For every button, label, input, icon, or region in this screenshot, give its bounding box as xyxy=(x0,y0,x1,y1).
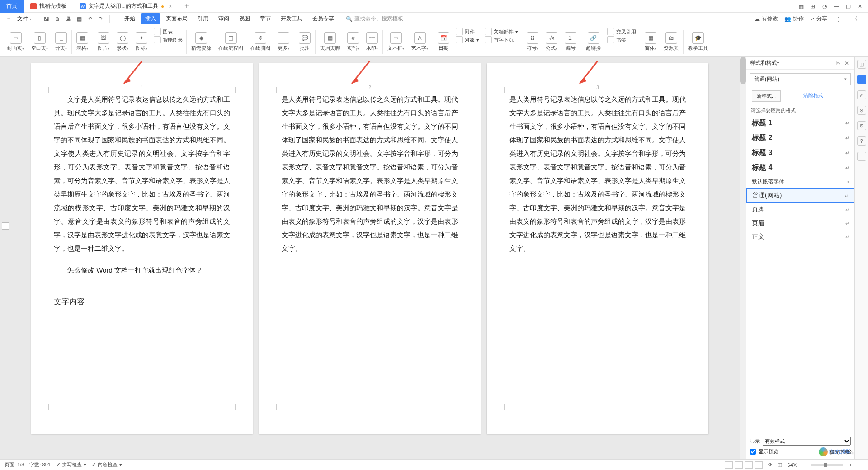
menutab-view[interactable]: 视图 xyxy=(235,13,255,24)
style-item[interactable]: 普通(网站)↵ xyxy=(746,188,854,203)
ribbon-cover[interactable]: ▭封面页▾ xyxy=(4,27,28,56)
collab-link[interactable]: 👥协作 xyxy=(784,15,804,23)
ribbon-watermark[interactable]: 〰水印▾ xyxy=(363,27,382,56)
status-contentcheck[interactable]: ✔内容检查 ▾ xyxy=(92,461,122,468)
zoom-slider[interactable] xyxy=(811,464,843,466)
style-item[interactable]: 页脚↵ xyxy=(746,203,854,216)
menutab-start[interactable]: 开始 xyxy=(120,13,140,24)
status-sync-icon[interactable]: ⟳ xyxy=(768,462,772,468)
style-item[interactable]: 标题 3↵ xyxy=(746,146,854,160)
view-print-icon[interactable] xyxy=(725,461,733,469)
page-2[interactable]: 2 是人类用符号记录表达信息以传之久远的方式和工具。现代文字大多是记录语言的工具… xyxy=(259,63,481,434)
ribbon-blank[interactable]: ▯空白页▾ xyxy=(28,27,52,56)
ribbon-docpart[interactable]: 文档部件▾ xyxy=(485,28,518,35)
ribbon-flowchart[interactable]: ◫在线流程图 xyxy=(215,27,247,56)
page-3[interactable]: 3 是人类用符号记录表达信息以传之久远的方式和工具。现代文字大多是记录语言的工具… xyxy=(487,63,708,434)
new-style-button[interactable]: 新样式... xyxy=(752,90,781,102)
ribbon-comment[interactable]: 💬批注 xyxy=(295,27,314,56)
zoom-out-button[interactable]: − xyxy=(803,462,806,468)
zoom-control[interactable]: 64% xyxy=(788,462,797,468)
menutab-insert[interactable]: 插入 xyxy=(141,13,160,24)
ribbon-resource[interactable]: 🗂资源夹 xyxy=(660,27,682,56)
menutab-member[interactable]: 会员专享 xyxy=(308,13,339,24)
side-more-icon[interactable]: ⋯ xyxy=(857,152,866,161)
menu-toggle-icon[interactable]: ≡ xyxy=(4,14,14,24)
style-item[interactable]: 标题 2↵ xyxy=(746,131,854,146)
close-button[interactable]: ✕ xyxy=(854,1,865,12)
tab-close-button[interactable]: × xyxy=(167,3,174,9)
menutab-layout[interactable]: 页面布局 xyxy=(161,13,192,24)
save-icon[interactable]: 🖫 xyxy=(42,14,52,24)
share-link[interactable]: ↗分享 xyxy=(810,15,827,23)
status-wordcount[interactable]: 字数: 891 xyxy=(29,461,50,468)
minimize-button[interactable]: — xyxy=(831,1,842,12)
side-limit-icon[interactable]: ⊝ xyxy=(857,106,866,115)
insert-marker-icon[interactable] xyxy=(2,222,9,230)
document-area[interactable]: 1 文字是人类用符号记录表达信息以传之久远的方式和工具。现代文字大多是记录语言的… xyxy=(0,57,740,459)
ribbon-bookmark[interactable]: 书签 xyxy=(607,36,636,43)
ribbon-shape[interactable]: ◯形状▾ xyxy=(113,27,132,56)
status-page[interactable]: 页面: 1/3 xyxy=(5,461,24,468)
style-item[interactable]: 页眉↵ xyxy=(746,216,854,230)
ribbon-table[interactable]: ▦表格▾ xyxy=(73,27,92,56)
style-item[interactable]: 正文↵ xyxy=(746,230,854,244)
ribbon-number[interactable]: 1.编号 xyxy=(561,27,580,56)
ribbon-wordart[interactable]: A艺术字▾ xyxy=(408,27,432,56)
show-select[interactable]: 有效样式 xyxy=(763,437,851,446)
page-1[interactable]: 1 文字是人类用符号记录表达信息以传之久远的方式和工具。现代文字大多是记录语言的… xyxy=(31,63,253,434)
ribbon-object[interactable]: 对象▾ xyxy=(456,36,479,43)
ribbon-smart[interactable]: 智能图形 xyxy=(154,36,183,43)
vertical-scrollbar[interactable] xyxy=(740,57,746,459)
fullscreen-icon[interactable]: ⛶ xyxy=(859,462,863,468)
user-icon[interactable]: ◔ xyxy=(819,1,830,12)
side-styles-icon[interactable] xyxy=(857,75,866,84)
print-preview-icon[interactable]: ▤ xyxy=(74,14,84,24)
menutab-references[interactable]: 引用 xyxy=(193,13,213,24)
panel-close-icon[interactable]: ✕ xyxy=(843,60,851,66)
style-item[interactable]: 标题 4↵ xyxy=(746,160,854,175)
status-spellcheck[interactable]: ✔拼写检查 ▾ xyxy=(56,461,86,468)
zoom-in-button[interactable]: ＋ xyxy=(848,461,853,468)
ribbon-more[interactable]: ⋯更多▾ xyxy=(274,27,293,56)
collapse-ribbon-icon[interactable]: 〈 xyxy=(850,14,860,24)
redo-icon[interactable]: ↷ xyxy=(96,14,106,24)
ribbon-picture[interactable]: 🖼图片▾ xyxy=(94,27,113,56)
scrollbar-thumb[interactable] xyxy=(740,57,746,84)
print-icon[interactable]: 🖶 xyxy=(63,14,73,24)
ribbon-headerfooter[interactable]: ▤页眉页脚 xyxy=(316,27,344,56)
undo-icon[interactable]: ↶ xyxy=(85,14,95,24)
side-select-icon[interactable]: ⬀ xyxy=(857,90,866,99)
file-menu[interactable]: 文件 ▾ xyxy=(14,15,34,23)
ribbon-textbox[interactable]: ▭文本框▾ xyxy=(384,27,408,56)
ribbon-mindmap[interactable]: ❉在线脑图 xyxy=(247,27,274,56)
side-settings-icon[interactable]: ⚙ xyxy=(857,121,866,130)
layout-icon[interactable]: ▦ xyxy=(796,1,807,12)
ribbon-edutool[interactable]: 🎓教学工具 xyxy=(684,27,712,56)
menutab-chapter[interactable]: 章节 xyxy=(255,13,275,24)
zoom-slider-thumb[interactable] xyxy=(824,463,827,467)
ribbon-docer[interactable]: ◆稻壳资源 xyxy=(188,27,215,56)
view-outline-icon[interactable] xyxy=(735,461,743,469)
tab-home[interactable]: 首页 xyxy=(0,0,24,13)
ribbon-pagenum[interactable]: #页码▾ xyxy=(344,27,363,56)
grid-icon[interactable]: ⊞ xyxy=(807,1,818,12)
ribbon-form[interactable]: ▦窗体▾ xyxy=(641,27,660,56)
style-item[interactable]: 默认段落字体a xyxy=(746,175,854,188)
command-search[interactable]: 🔍 查找命令、搜索模板 xyxy=(346,15,403,23)
style-item[interactable]: 标题 1↵ xyxy=(746,116,854,131)
has-changes-link[interactable]: ☁有修改 xyxy=(755,15,778,23)
ribbon-icon[interactable]: ✦图标▾ xyxy=(132,27,151,56)
tab-add-button[interactable]: ＋ xyxy=(180,1,193,11)
menutab-review[interactable]: 审阅 xyxy=(214,13,234,24)
view-read-icon[interactable] xyxy=(755,461,763,469)
clear-format-button[interactable]: 清除格式 xyxy=(799,90,828,102)
side-clipboard-icon[interactable]: ◫ xyxy=(857,60,866,69)
ribbon-date[interactable]: 📅日期 xyxy=(434,27,453,56)
ribbon-equation[interactable]: √x公式▾ xyxy=(542,27,561,56)
tab-document[interactable]: W 文字是人类用...的方式和工具 ● × xyxy=(73,0,180,13)
ribbon-hyperlink[interactable]: 🔗超链接 xyxy=(582,27,604,56)
panel-pin-icon[interactable]: ⇱ xyxy=(835,60,843,66)
save-as-icon[interactable]: 🗎 xyxy=(52,14,62,24)
ribbon-xref[interactable]: 交叉引用 xyxy=(607,28,636,35)
tab-templates[interactable]: 找稻壳模板 xyxy=(24,0,73,13)
